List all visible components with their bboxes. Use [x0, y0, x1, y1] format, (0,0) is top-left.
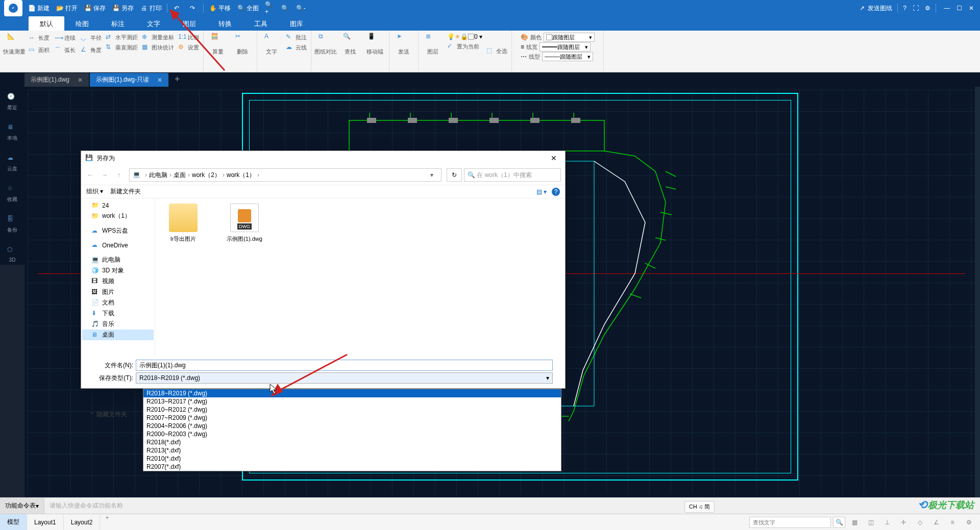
- scrollbar-vertical[interactable]: [975, 87, 980, 497]
- add-layout-button[interactable]: +: [100, 514, 114, 530]
- find-button[interactable]: 🔍查找: [339, 33, 361, 56]
- dropdown-item[interactable]: R2004~R2006 (*.dwg): [143, 422, 561, 430]
- back-button[interactable]: ←: [85, 171, 95, 179]
- layout-tab[interactable]: Layout1: [27, 514, 64, 530]
- find-button[interactable]: 🔍: [833, 517, 845, 528]
- tree-item[interactable]: ⬇下载: [82, 308, 154, 319]
- close-icon[interactable]: ✕: [157, 77, 162, 84]
- filetype-dropdown[interactable]: R2018~R2019 (*.dwg) R2013~R2017 (*.dwg) …: [143, 389, 561, 471]
- filetype-select[interactable]: R2018~R2019 (*.dwg)▾: [136, 372, 553, 384]
- tree-item[interactable]: 🧊3D 对象: [82, 265, 154, 276]
- undo-button[interactable]: ↶: [169, 0, 185, 16]
- blockstat-button[interactable]: ▦图块统计: [141, 43, 175, 52]
- track-toggle[interactable]: ∠: [929, 517, 943, 528]
- help-button[interactable]: ?: [900, 0, 910, 16]
- tree-item[interactable]: 🎵音乐: [82, 319, 154, 330]
- tree-item[interactable]: 📄文档: [82, 297, 154, 308]
- file-item-dwg[interactable]: DWG 示例图(1).dwg: [222, 204, 267, 243]
- add-tab-button[interactable]: +: [169, 72, 185, 87]
- close-icon[interactable]: ✕: [78, 77, 83, 84]
- length-button[interactable]: ↔长度: [28, 33, 51, 44]
- dropdown-item[interactable]: R2010(*.dxf): [143, 455, 561, 463]
- lineweight-select[interactable]: 跟随图层▾: [540, 42, 591, 52]
- dropdown-item[interactable]: R2010~R2012 (*.dwg): [143, 406, 561, 414]
- file-tab[interactable]: 示例图(1).dwg-只读✕: [90, 73, 168, 87]
- arc-button[interactable]: ⌒弧长: [54, 45, 77, 56]
- layout-tab-model[interactable]: 模型: [0, 514, 27, 530]
- layer-button[interactable]: ≣图层: [422, 33, 444, 56]
- selectall-button[interactable]: ⬚全选: [485, 46, 508, 56]
- dropdown-item[interactable]: R2007~R2009 (*.dwg): [143, 414, 561, 422]
- ribbon-tab-tools[interactable]: 工具: [243, 16, 279, 31]
- ribbon-tab-library[interactable]: 图库: [279, 16, 314, 31]
- continuous-button[interactable]: ⟶连续: [54, 33, 77, 44]
- minimize-button[interactable]: —: [942, 4, 951, 13]
- tree-item[interactable]: 🖥桌面: [82, 330, 154, 340]
- dropdown-item[interactable]: R2018~R2019 (*.dwg): [143, 389, 561, 397]
- ribbon-tab-text[interactable]: 文字: [136, 16, 172, 31]
- command-label[interactable]: 功能命令表 ▾: [0, 498, 44, 514]
- dropdown-item[interactable]: R2000~R2003 (*.dwg): [143, 430, 561, 438]
- settings-button[interactable]: ⚙: [922, 0, 934, 16]
- dropdown-item[interactable]: R2007(*.dxf): [143, 463, 561, 471]
- dropdown-item[interactable]: R2018(*.dxf): [143, 438, 561, 446]
- ribbon-tab-convert[interactable]: 转换: [207, 16, 243, 31]
- area-button[interactable]: ▭面积: [28, 45, 51, 56]
- saveas-button[interactable]: 💾另存: [109, 0, 137, 16]
- folder-tree[interactable]: 📁24 📁work（1） ☁WPS云盘 ☁OneDrive 💻此电脑 🧊3D 对…: [81, 198, 155, 357]
- view-button[interactable]: ▤ ▾: [536, 188, 547, 195]
- cloud-button[interactable]: ☁云线: [285, 43, 308, 52]
- tree-item[interactable]: ☁OneDrive: [82, 240, 154, 250]
- ribbon-tab-layer[interactable]: 图层: [172, 16, 207, 31]
- settings-icon[interactable]: ⚙: [962, 517, 976, 528]
- sidebar-recent[interactable]: 🕘最近: [5, 91, 19, 113]
- color-select[interactable]: 跟随图层▾: [544, 33, 595, 42]
- sidebar-favorite[interactable]: ☆收藏: [5, 183, 19, 205]
- help-button[interactable]: ?: [552, 188, 560, 196]
- print-button[interactable]: 🖨打印: [137, 0, 165, 16]
- organize-button[interactable]: 组织 ▾: [86, 187, 103, 196]
- grid-toggle[interactable]: ▦: [847, 517, 862, 528]
- fullscreen-button[interactable]: ⛶: [910, 0, 922, 16]
- close-button[interactable]: ✕: [967, 4, 976, 13]
- find-text-input[interactable]: [749, 517, 831, 528]
- up-button[interactable]: ↑: [114, 171, 124, 179]
- calc-button[interactable]: 🧮算量: [207, 33, 229, 56]
- tree-item[interactable]: 🎞视频: [82, 276, 154, 287]
- tree-item[interactable]: 📁24: [82, 200, 154, 211]
- snap-toggle[interactable]: ◫: [864, 517, 878, 528]
- filename-input[interactable]: [136, 360, 553, 371]
- dropdown-item[interactable]: R2013~R2017 (*.dwg): [143, 397, 561, 406]
- layout-tab[interactable]: Layout2: [64, 514, 101, 530]
- file-list[interactable]: lr导出图片 DWG 示例图(1).dwg: [155, 198, 565, 357]
- tree-item[interactable]: 💻此电脑: [82, 255, 154, 265]
- compare-button[interactable]: ⧉图纸对比: [314, 33, 337, 56]
- file-tab[interactable]: 示例图(1).dwg✕: [24, 73, 89, 87]
- vlevel-button[interactable]: ⇅垂直测距: [105, 43, 139, 52]
- breadcrumb[interactable]: 💻 ›此电脑 ›桌面 ›work（2） ›work（1） › ▾: [129, 168, 442, 182]
- tree-item[interactable]: 🖼图片: [82, 287, 154, 297]
- open-button[interactable]: 📂打开: [53, 0, 81, 16]
- zoom-extents-button[interactable]: 🔍全图: [234, 0, 262, 16]
- radius-button[interactable]: ◡半径: [80, 33, 103, 44]
- new-button[interactable]: 📄新建: [24, 0, 53, 16]
- settings-button[interactable]: ⚙设置: [177, 43, 200, 52]
- scale-button[interactable]: 1:1比例: [177, 33, 200, 42]
- refresh-button[interactable]: ↻: [447, 168, 462, 182]
- dialog-close-button[interactable]: ✕: [547, 153, 561, 163]
- newfolder-button[interactable]: 新建文件夹: [110, 187, 141, 196]
- tree-item[interactable]: ☁WPS云盘: [82, 225, 154, 236]
- mobile-button[interactable]: 📱移动端: [363, 33, 386, 56]
- setcurrent-button[interactable]: ✓置为当前: [446, 42, 483, 51]
- hide-folders-toggle[interactable]: ⌃隐藏文件夹: [89, 410, 127, 419]
- forward-button[interactable]: →: [100, 171, 110, 179]
- zoom-out-button[interactable]: 🔍-: [293, 0, 309, 16]
- polar-toggle[interactable]: ✛: [896, 517, 911, 528]
- tree-item[interactable]: 📁work（1）: [82, 211, 154, 221]
- sidebar-local[interactable]: 🖥本地: [5, 121, 19, 144]
- linetype-select[interactable]: 跟随图层▾: [542, 52, 593, 61]
- hlevel-button[interactable]: ⇄水平测距: [105, 33, 139, 42]
- text-button[interactable]: A文字: [260, 33, 283, 56]
- redo-button[interactable]: ↷: [185, 0, 201, 16]
- sidebar-backup[interactable]: 🗄备份: [5, 213, 19, 236]
